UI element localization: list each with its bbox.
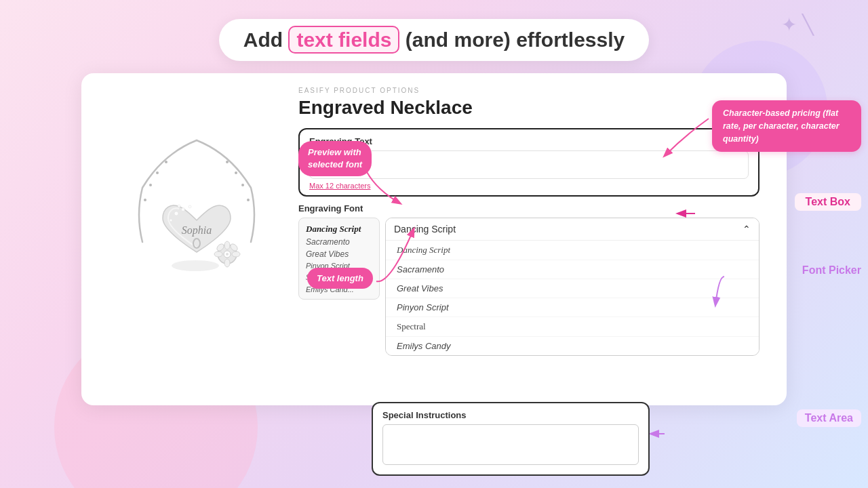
special-instructions-textarea[interactable] [382, 424, 639, 465]
pricing-bubble: Character-based pricing (flat rate, per … [712, 100, 861, 152]
special-instructions-box: Special Instructions [372, 402, 650, 476]
text-box-label-text: Text Box [806, 196, 850, 207]
svg-point-10 [170, 219, 172, 222]
necklace-container: Sophia [122, 134, 271, 346]
font-section-label: Engraving Font [298, 203, 760, 214]
svg-point-24 [172, 260, 219, 271]
font-dropdown-selected: Dancing Script [394, 224, 456, 235]
easify-label: EASIFY PRODUCT OPTIONS [298, 87, 760, 94]
font-preview-great-vibes: Great Vibes [306, 248, 372, 260]
engraving-hint: Max 12 characters [309, 182, 749, 190]
text-area-label-text: Text Area [805, 412, 853, 424]
font-option-dancing[interactable]: Dancing Script [386, 241, 759, 260]
text-length-text: Text length [317, 273, 363, 283]
font-preview-sacramento: Sacramento [306, 236, 372, 248]
font-option-spectral[interactable]: Spectral [386, 317, 759, 337]
preview-annotation-text: Preview withselected font [308, 147, 362, 169]
svg-point-1 [156, 171, 159, 174]
pricing-bubble-text: Character-based pricing (flat rate, per … [723, 108, 840, 144]
svg-point-12 [178, 205, 180, 207]
product-section: EASIFY PRODUCT OPTIONS Engraved Necklace… [292, 87, 766, 393]
main-card: Sophia [81, 73, 787, 405]
svg-point-5 [235, 171, 237, 174]
page-wrapper: ✦ ╲ Add text fields (and more) effortles… [0, 0, 868, 488]
font-option-pinyon[interactable]: Pinyon Script [386, 298, 759, 317]
header-prefix: Add [243, 28, 289, 51]
engraving-text-input[interactable] [309, 150, 749, 179]
font-option-emilys[interactable]: Emilys Candy [386, 337, 759, 355]
header-suffix: (and more) effortlessly [399, 28, 625, 51]
font-option-great-vibes[interactable]: Great Vibes [386, 279, 759, 298]
svg-point-9 [182, 208, 185, 211]
header-highlight: text fields [288, 26, 399, 54]
svg-point-4 [226, 161, 229, 163]
svg-point-11 [189, 205, 191, 208]
chevron-up-icon: ⌃ [743, 224, 751, 235]
font-picker-label-text: Font Picker [802, 264, 861, 276]
font-dropdown-header[interactable]: Dancing Script ⌃ [386, 218, 759, 241]
svg-point-6 [241, 184, 244, 186]
special-instructions-label: Special Instructions [382, 410, 639, 420]
font-picker-label: Font Picker [802, 264, 861, 277]
svg-point-17 [224, 259, 230, 267]
svg-point-23 [226, 253, 229, 256]
svg-point-18 [214, 251, 222, 257]
text-box-label: Text Box [795, 193, 861, 211]
font-dropdown[interactable]: Dancing Script ⌃ Dancing Script Sacramen… [385, 218, 760, 356]
product-title: Engraved Necklace [298, 97, 760, 119]
svg-point-7 [247, 199, 250, 201]
svg-point-0 [165, 161, 167, 163]
svg-point-16 [224, 241, 230, 249]
text-length-annotation: Text length [307, 268, 373, 289]
special-instructions-wrapper: Special Instructions [372, 402, 650, 476]
header: Add text fields (and more) effortlessly [0, 0, 868, 73]
svg-point-19 [232, 251, 240, 257]
preview-annotation: Preview withselected font [298, 141, 372, 176]
svg-text:Sophia: Sophia [182, 224, 212, 237]
svg-point-3 [144, 199, 146, 201]
text-area-label: Text Area [797, 409, 861, 427]
necklace-illustration: Sophia [122, 134, 271, 344]
font-dropdown-list: Dancing Script Sacramento Great Vibes Pi… [386, 241, 759, 355]
field-label-row: Engraving Text (+$20.00) [309, 136, 749, 146]
svg-point-2 [149, 184, 152, 186]
jewelry-section: Sophia [102, 87, 292, 393]
font-preview-dancing: Dancing Script [306, 222, 372, 236]
font-option-sacramento[interactable]: Sacramento [386, 260, 759, 279]
header-title: Add text fields (and more) effortlessly [219, 19, 649, 61]
svg-point-8 [174, 211, 178, 216]
